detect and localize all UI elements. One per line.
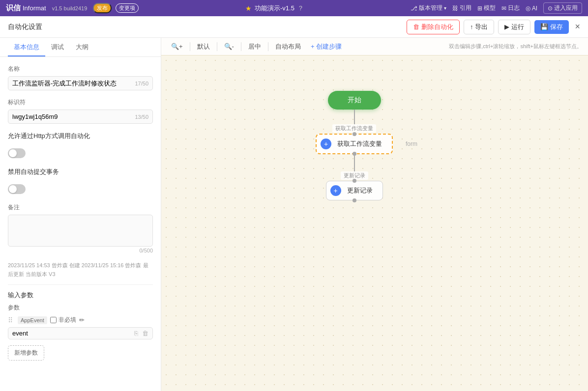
param-delete-icon[interactable]: 🗑 xyxy=(142,330,148,337)
sub-header-actions: 🗑 删除自动化 ↑ 导出 ▶ 运行 💾 保存 × xyxy=(407,20,580,34)
connector-1 xyxy=(354,110,355,124)
publish-badge[interactable]: 发布 xyxy=(93,3,112,13)
help-icon[interactable]: ？ xyxy=(297,4,304,13)
param-required-text: 非必填 xyxy=(59,316,76,324)
chevron-icon: ▾ xyxy=(444,5,446,11)
update-record-node-wrapper: + 更新记录 xyxy=(326,181,383,200)
nav-ai[interactable]: ◎ AI xyxy=(526,5,537,12)
note-textarea[interactable] xyxy=(8,215,152,245)
tab-basic-info[interactable]: 基本信息 xyxy=(8,38,45,56)
auto-submit-toggle[interactable] xyxy=(8,184,26,194)
changelog-badge[interactable]: 变更项 xyxy=(116,3,139,13)
tag-input-wrapper: 13/50 xyxy=(8,110,153,124)
name-group: 名称 17/50 xyxy=(8,65,153,90)
nav-version-manage[interactable]: ⎇ 版本管理 ▾ xyxy=(411,4,446,12)
sub-header: 自动化设置 🗑 删除自动化 ↑ 导出 ▶ 运行 💾 保存 × xyxy=(0,16,588,38)
nav-model-label: 模型 xyxy=(484,4,496,12)
auto-layout-tool[interactable]: 自动布局 xyxy=(271,40,305,53)
tag-group: 标识符 13/50 xyxy=(8,98,153,124)
create-step-label: + 创建步骤 xyxy=(311,42,342,51)
page-title: 自动化设置 xyxy=(8,23,407,31)
params-title: 输入参数 xyxy=(8,291,153,300)
save-button[interactable]: 💾 保存 xyxy=(534,20,569,34)
logo-zh: 识信 xyxy=(6,3,21,13)
get-vars-top-dot xyxy=(353,132,356,136)
auto-submit-toggle-row: 禁用自动提交事务 xyxy=(8,168,153,176)
version-badge: v1.5 build2419 xyxy=(52,5,88,11)
center-tool[interactable]: 居中 xyxy=(244,40,265,53)
nav-reference[interactable]: ⛓ 引用 xyxy=(452,4,471,12)
export-icon: ↑ xyxy=(470,23,473,30)
tab-outline[interactable]: 大纲 xyxy=(70,38,94,56)
zoom-in-tool[interactable]: 🔍+ xyxy=(167,41,187,52)
name-input[interactable] xyxy=(12,80,135,87)
get-vars-label-above: 获取工作流变量 xyxy=(332,124,376,133)
tag-input[interactable] xyxy=(12,113,135,120)
top-header: 识信 Informat v1.5 build2419 发布 变更项 ★ 功能演示… xyxy=(0,0,588,16)
delete-automation-button[interactable]: 🗑 删除自动化 xyxy=(407,20,460,34)
run-icon: ▶ xyxy=(504,23,509,30)
ai-icon: ◎ xyxy=(526,5,530,12)
canvas-content[interactable]: 开始 获取工作流变量 + 获取工作流变量 fo xyxy=(161,56,588,391)
update-record-add-btn[interactable]: + xyxy=(330,185,341,196)
nav-log-label: 日志 xyxy=(508,4,520,12)
nav-model[interactable]: ⊞ 模型 xyxy=(477,4,496,12)
param-copy-icon[interactable]: ⎘ xyxy=(134,330,138,337)
separator-2 xyxy=(217,42,217,51)
get-vars-add-btn[interactable]: + xyxy=(321,139,331,149)
default-tool[interactable]: 默认 xyxy=(193,40,214,53)
http-toggle-knob xyxy=(9,149,17,157)
get-vars-node[interactable]: + 获取工作流变量 xyxy=(316,134,393,154)
param-value-input[interactable] xyxy=(12,330,132,337)
close-button[interactable]: × xyxy=(575,22,580,32)
drag-handle-icon[interactable]: ⠿ xyxy=(8,316,13,324)
nav-log[interactable]: ✉ 日志 xyxy=(501,4,520,12)
tab-debug[interactable]: 调试 xyxy=(45,38,70,56)
add-param-button[interactable]: 新增参数 xyxy=(8,345,44,361)
separator-4 xyxy=(268,42,268,51)
run-button[interactable]: ▶ 运行 xyxy=(498,20,530,34)
http-label: 允许通过Http方式调用自动化 xyxy=(8,132,90,140)
start-node[interactable]: 开始 xyxy=(328,91,381,110)
name-input-wrapper: 17/50 xyxy=(8,76,153,90)
note-char-count: 0/500 xyxy=(139,248,153,253)
note-textarea-wrapper xyxy=(8,215,153,247)
create-step-button[interactable]: + 创建步骤 xyxy=(307,40,346,53)
enter-app-button[interactable]: ⊙ 进入应用 xyxy=(543,2,582,14)
param-required-checkbox[interactable] xyxy=(50,317,57,323)
star-icon: ★ xyxy=(245,4,252,12)
header-center: ★ 功能演示-v1.5 ？ xyxy=(143,4,406,13)
grid-icon: ⊞ xyxy=(477,5,482,12)
meta-info: 2023/11/25 14:53 曾炸森 创建 2023/11/25 15:16… xyxy=(8,261,153,279)
param-edit-icon[interactable]: ✏ xyxy=(79,316,85,324)
http-toggle[interactable] xyxy=(8,148,26,158)
tab-bar: 基本信息 调试 大纲 xyxy=(0,38,161,57)
nav-version-label: 版本管理 xyxy=(419,4,442,12)
update-record-bottom-dot xyxy=(353,198,356,202)
export-button[interactable]: ↑ 导出 xyxy=(464,20,495,34)
start-node-label: 开始 xyxy=(348,96,361,104)
params-col-label: 参数 xyxy=(8,304,153,312)
name-char-count: 17/50 xyxy=(135,81,148,86)
panel-content: 名称 17/50 标识符 13/50 允许通过Http方式调用自动化 xyxy=(0,57,161,391)
zoom-out-tool[interactable]: 🔍- xyxy=(220,41,238,52)
enter-icon: ⊙ xyxy=(548,5,553,12)
canvas-hint: 双击编辑步骤,ctrl+滚轮缩放，shift+鼠标左键框选节点。 xyxy=(449,43,582,50)
separator-3 xyxy=(241,42,241,51)
save-icon: 💾 xyxy=(540,23,548,30)
auto-submit-label: 禁用自动提交事务 xyxy=(8,168,59,176)
tag-label: 标识符 xyxy=(8,98,153,107)
update-record-top-dot xyxy=(353,179,356,183)
auto-submit-toggle-knob xyxy=(9,185,17,193)
update-record-title: 更新记录 xyxy=(344,181,382,200)
param-item-row: ⠿ AppEvent 非必填 ✏ xyxy=(8,316,153,324)
update-record-node[interactable]: + 更新记录 xyxy=(326,181,383,200)
header-right: ⎇ 版本管理 ▾ ⛓ 引用 ⊞ 模型 ✉ 日志 ◎ AI ⊙ 进入应用 xyxy=(411,2,582,14)
separator-1 xyxy=(190,42,190,51)
note-label: 备注 xyxy=(8,203,153,212)
connector-2 xyxy=(354,154,355,171)
left-panel: 基本信息 调试 大纲 名称 17/50 标识符 13/50 xyxy=(0,38,161,391)
tag-char-count: 13/50 xyxy=(135,114,148,120)
param-value-row: ⎘ 🗑 xyxy=(8,327,153,339)
get-vars-node-wrapper: + 获取工作流变量 form xyxy=(316,134,393,154)
